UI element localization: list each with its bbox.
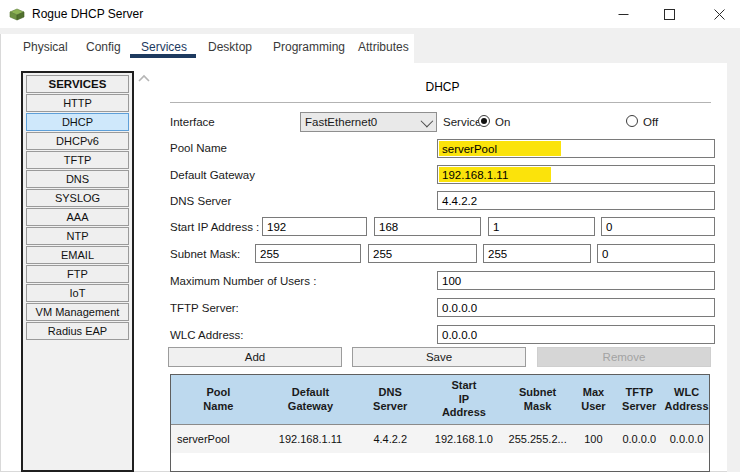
- title-bar: Rogue DHCP Server: [0, 0, 740, 28]
- cell-max-user: 100: [573, 425, 615, 453]
- subnet-mask-label: Subnet Mask:: [170, 248, 240, 260]
- subnet-octet-2[interactable]: 255: [368, 244, 477, 263]
- remove-button[interactable]: Remove: [537, 347, 711, 367]
- col-dns-server: DNS Server: [355, 375, 425, 424]
- sidebar-item-iot[interactable]: IoT: [26, 284, 129, 302]
- sidebar-item-dhcpv6[interactable]: DHCPv6: [26, 132, 129, 150]
- start-ip-octet-4[interactable]: 0: [601, 217, 715, 236]
- page-title: DHCP: [170, 80, 715, 94]
- app-window: Rogue DHCP Server Physical Config Servic…: [0, 0, 740, 472]
- service-off-label: Off: [643, 116, 658, 128]
- start-ip-octet-2[interactable]: 168: [374, 217, 481, 236]
- tftp-server-label: TFTP Server:: [170, 302, 239, 314]
- tab-physical[interactable]: Physical: [23, 40, 68, 54]
- sidebar-item-dns[interactable]: DNS: [26, 170, 129, 188]
- tab-config[interactable]: Config: [86, 40, 121, 54]
- heading-divider: [170, 102, 711, 103]
- subnet-octet-4[interactable]: 0: [597, 244, 715, 263]
- maximize-icon: [664, 9, 675, 20]
- sidebar-item-ntp[interactable]: NTP: [26, 227, 129, 245]
- cell-pool-name: serverPool: [171, 425, 266, 453]
- wlc-address-input[interactable]: 0.0.0.0: [437, 325, 715, 344]
- start-ip-octet-1[interactable]: 192: [262, 217, 367, 236]
- service-on-radio[interactable]: [478, 115, 490, 127]
- app-icon: [9, 6, 25, 22]
- window-title: Rogue DHCP Server: [32, 7, 143, 21]
- sidebar-item-dhcp[interactable]: DHCP: [26, 113, 129, 131]
- active-tab-underline: [130, 54, 196, 58]
- col-start-ip: Start IP Address: [425, 375, 503, 424]
- sidebar-item-radius-eap[interactable]: Radius EAP: [26, 322, 129, 340]
- dns-server-input[interactable]: 4.4.2.2: [437, 191, 715, 210]
- col-subnet-mask: Subnet Mask: [503, 375, 573, 424]
- cell-wlc-address: 0.0.0.0: [664, 425, 709, 453]
- cell-start-ip: 192.168.1.0: [425, 425, 503, 453]
- start-ip-label: Start IP Address :: [170, 221, 259, 233]
- tab-services[interactable]: Services: [141, 40, 187, 54]
- table-row[interactable]: serverPool 192.168.1.11 4.4.2.2 192.168.…: [171, 425, 709, 453]
- interface-label: Interface: [170, 116, 215, 128]
- scroll-up-icon[interactable]: [137, 73, 151, 85]
- services-sidebar: SERVICES HTTP DHCP DHCPv6 TFTP DNS SYSLO…: [21, 71, 134, 472]
- pool-name-input[interactable]: serverPool: [437, 139, 715, 158]
- sidebar-item-email[interactable]: EMAIL: [26, 246, 129, 264]
- dns-server-label: DNS Server: [170, 195, 231, 207]
- maximize-button[interactable]: [652, 0, 686, 28]
- start-ip-octet-3[interactable]: 1: [488, 217, 595, 236]
- sidebar-item-vm-management[interactable]: VM Management: [26, 303, 129, 321]
- col-pool-name: Pool Name: [171, 375, 266, 424]
- subnet-octet-3[interactable]: 255: [483, 244, 591, 263]
- sidebar-item-syslog[interactable]: SYSLOG: [26, 189, 129, 207]
- wlc-address-label: WLC Address:: [170, 329, 244, 341]
- service-label: Service: [443, 116, 481, 128]
- interface-select[interactable]: FastEthernet0: [300, 112, 437, 132]
- subnet-octet-1[interactable]: 255: [255, 244, 361, 263]
- tab-desktop[interactable]: Desktop: [208, 40, 252, 54]
- max-users-input[interactable]: 100: [437, 271, 715, 290]
- cell-dns-server: 4.4.2.2: [355, 425, 425, 453]
- col-tftp-server: TFTP Server: [614, 375, 664, 424]
- tabbar-filler: [414, 34, 740, 63]
- col-default-gateway: Default Gateway: [266, 375, 356, 424]
- col-max-user: Max User: [573, 375, 615, 424]
- default-gateway-label: Default Gateway: [170, 169, 255, 181]
- cell-tftp-server: 0.0.0.0: [614, 425, 664, 453]
- col-wlc-address: WLC Address: [664, 375, 709, 424]
- tab-attributes[interactable]: Attributes: [358, 40, 409, 54]
- right-scroll-gutter: [727, 63, 740, 472]
- close-icon: [714, 9, 725, 20]
- interface-select-value: FastEthernet0: [305, 116, 377, 128]
- max-users-label: Maximum Number of Users :: [170, 275, 316, 287]
- service-on-label: On: [495, 116, 510, 128]
- default-gateway-input[interactable]: 192.168.1.11: [437, 165, 715, 184]
- tab-programming[interactable]: Programming: [273, 40, 345, 54]
- sidebar-item-ftp[interactable]: FTP: [26, 265, 129, 283]
- add-button[interactable]: Add: [168, 347, 342, 367]
- tftp-server-input[interactable]: 0.0.0.0: [437, 298, 715, 317]
- minimize-button[interactable]: [606, 0, 640, 28]
- minimize-icon: [618, 9, 629, 20]
- table-header-row: Pool Name Default Gateway DNS Server Sta…: [171, 375, 709, 425]
- pool-name-label: Pool Name: [170, 142, 227, 154]
- sidebar-item-http[interactable]: HTTP: [26, 94, 129, 112]
- sidebar-item-aaa[interactable]: AAA: [26, 208, 129, 226]
- sidebar-header-services: SERVICES: [26, 75, 129, 93]
- dhcp-pool-table: Pool Name Default Gateway DNS Server Sta…: [170, 374, 710, 472]
- sidebar-item-tftp[interactable]: TFTP: [26, 151, 129, 169]
- chevron-down-icon: [421, 114, 434, 127]
- close-button[interactable]: [702, 0, 736, 28]
- cell-subnet-mask: 255.255.2...: [503, 425, 573, 453]
- cell-default-gateway: 192.168.1.11: [266, 425, 356, 453]
- service-off-radio[interactable]: [626, 115, 638, 127]
- save-button[interactable]: Save: [352, 347, 526, 367]
